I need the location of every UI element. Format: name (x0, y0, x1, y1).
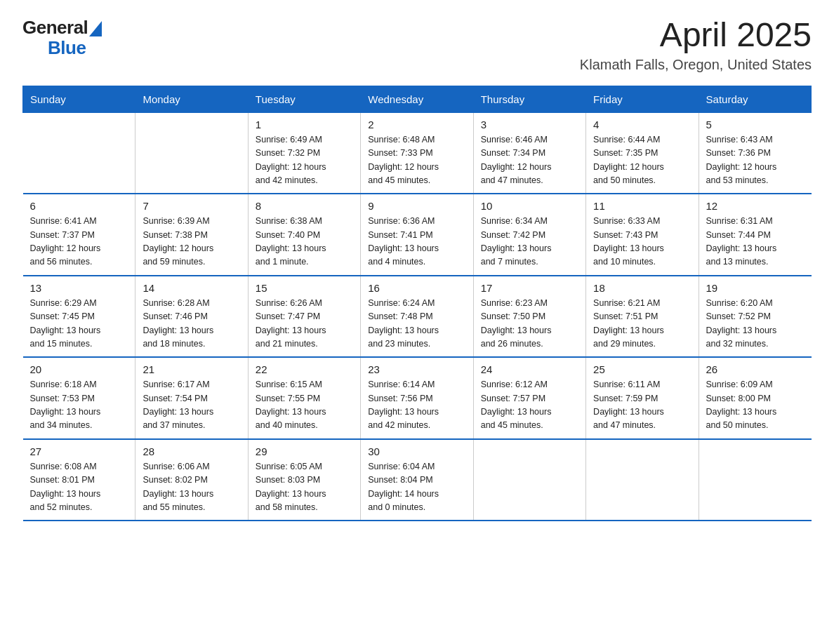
day-info: Sunrise: 6:36 AM Sunset: 7:41 PM Dayligh… (368, 215, 465, 269)
calendar-body: 1Sunrise: 6:49 AM Sunset: 7:32 PM Daylig… (23, 112, 812, 521)
day-info: Sunrise: 6:05 AM Sunset: 8:03 PM Dayligh… (256, 460, 353, 515)
day-info: Sunrise: 6:17 AM Sunset: 7:54 PM Dayligh… (143, 378, 240, 433)
day-number: 9 (368, 200, 465, 212)
day-number: 16 (368, 282, 465, 294)
header-day-saturday: Saturday (699, 86, 811, 112)
calendar-cell: 8Sunrise: 6:38 AM Sunset: 7:40 PM Daylig… (248, 194, 360, 276)
calendar-cell: 26Sunrise: 6:09 AM Sunset: 8:00 PM Dayli… (699, 357, 811, 439)
day-number: 19 (706, 282, 805, 294)
day-info: Sunrise: 6:48 AM Sunset: 7:33 PM Dayligh… (368, 133, 465, 188)
day-number: 24 (481, 363, 578, 375)
day-info: Sunrise: 6:09 AM Sunset: 8:00 PM Dayligh… (706, 378, 805, 433)
day-number: 13 (30, 282, 128, 294)
day-info: Sunrise: 6:28 AM Sunset: 7:46 PM Dayligh… (143, 297, 240, 351)
day-number: 6 (30, 200, 128, 212)
svg-marker-0 (89, 21, 102, 36)
day-info: Sunrise: 6:04 AM Sunset: 8:04 PM Dayligh… (368, 460, 465, 515)
day-number: 8 (256, 200, 353, 212)
day-number: 3 (481, 119, 578, 130)
calendar-cell: 23Sunrise: 6:14 AM Sunset: 7:56 PM Dayli… (361, 357, 473, 439)
calendar-cell: 6Sunrise: 6:41 AM Sunset: 7:37 PM Daylig… (23, 194, 135, 276)
calendar-cell: 30Sunrise: 6:04 AM Sunset: 8:04 PM Dayli… (361, 439, 473, 521)
calendar-cell: 5Sunrise: 6:43 AM Sunset: 7:36 PM Daylig… (699, 112, 811, 194)
calendar-header: SundayMondayTuesdayWednesdayThursdayFrid… (23, 86, 812, 112)
logo-text-blue: Blue (48, 37, 86, 59)
calendar-cell: 29Sunrise: 6:05 AM Sunset: 8:03 PM Dayli… (248, 439, 360, 521)
calendar-cell: 28Sunrise: 6:06 AM Sunset: 8:02 PM Dayli… (135, 439, 248, 521)
day-number: 14 (143, 282, 240, 294)
calendar-cell: 27Sunrise: 6:08 AM Sunset: 8:01 PM Dayli… (23, 439, 135, 521)
calendar-subtitle: Klamath Falls, Oregon, United States (580, 57, 812, 73)
week-row-1: 1Sunrise: 6:49 AM Sunset: 7:32 PM Daylig… (23, 112, 812, 194)
day-info: Sunrise: 6:33 AM Sunset: 7:43 PM Dayligh… (593, 215, 691, 269)
calendar-cell: 18Sunrise: 6:21 AM Sunset: 7:51 PM Dayli… (586, 276, 699, 358)
header-day-monday: Monday (135, 86, 248, 112)
calendar-cell: 17Sunrise: 6:23 AM Sunset: 7:50 PM Dayli… (473, 276, 585, 358)
day-info: Sunrise: 6:18 AM Sunset: 7:53 PM Dayligh… (30, 378, 128, 433)
day-info: Sunrise: 6:41 AM Sunset: 7:37 PM Dayligh… (30, 215, 128, 269)
day-number: 2 (368, 119, 465, 130)
calendar-cell (586, 439, 699, 521)
day-number: 15 (256, 282, 353, 294)
day-info: Sunrise: 6:43 AM Sunset: 7:36 PM Dayligh… (706, 133, 805, 188)
calendar-cell: 9Sunrise: 6:36 AM Sunset: 7:41 PM Daylig… (361, 194, 473, 276)
day-number: 30 (368, 445, 465, 457)
calendar-cell: 16Sunrise: 6:24 AM Sunset: 7:48 PM Dayli… (361, 276, 473, 358)
day-info: Sunrise: 6:14 AM Sunset: 7:56 PM Dayligh… (368, 378, 465, 433)
day-number: 7 (143, 200, 240, 212)
page-header: General Blue April 2025 Klamath Falls, O… (22, 17, 812, 73)
day-info: Sunrise: 6:06 AM Sunset: 8:02 PM Dayligh… (143, 460, 240, 515)
day-number: 21 (143, 363, 240, 375)
day-info: Sunrise: 6:21 AM Sunset: 7:51 PM Dayligh… (593, 297, 691, 351)
day-info: Sunrise: 6:49 AM Sunset: 7:32 PM Dayligh… (256, 133, 353, 188)
header-row: SundayMondayTuesdayWednesdayThursdayFrid… (23, 86, 812, 112)
day-info: Sunrise: 6:24 AM Sunset: 7:48 PM Dayligh… (368, 297, 465, 351)
calendar-cell: 22Sunrise: 6:15 AM Sunset: 7:55 PM Dayli… (248, 357, 360, 439)
calendar-cell (699, 439, 811, 521)
day-number: 27 (30, 445, 128, 457)
day-info: Sunrise: 6:20 AM Sunset: 7:52 PM Dayligh… (706, 297, 805, 351)
week-row-3: 13Sunrise: 6:29 AM Sunset: 7:45 PM Dayli… (23, 276, 812, 358)
header-day-sunday: Sunday (23, 86, 135, 112)
day-number: 28 (143, 445, 240, 457)
day-number: 26 (706, 363, 805, 375)
header-day-friday: Friday (586, 86, 699, 112)
day-number: 20 (30, 363, 128, 375)
day-number: 1 (256, 119, 353, 130)
day-info: Sunrise: 6:11 AM Sunset: 7:59 PM Dayligh… (593, 378, 691, 433)
calendar-cell: 3Sunrise: 6:46 AM Sunset: 7:34 PM Daylig… (473, 112, 585, 194)
day-info: Sunrise: 6:39 AM Sunset: 7:38 PM Dayligh… (143, 215, 240, 269)
logo-triangle-icon (89, 21, 102, 36)
calendar-cell: 25Sunrise: 6:11 AM Sunset: 7:59 PM Dayli… (586, 357, 699, 439)
calendar-table: SundayMondayTuesdayWednesdayThursdayFrid… (22, 86, 812, 522)
calendar-cell: 4Sunrise: 6:44 AM Sunset: 7:35 PM Daylig… (586, 112, 699, 194)
day-info: Sunrise: 6:12 AM Sunset: 7:57 PM Dayligh… (481, 378, 578, 433)
day-info: Sunrise: 6:44 AM Sunset: 7:35 PM Dayligh… (593, 133, 691, 188)
calendar-cell: 11Sunrise: 6:33 AM Sunset: 7:43 PM Dayli… (586, 194, 699, 276)
day-number: 12 (706, 200, 805, 212)
calendar-cell: 24Sunrise: 6:12 AM Sunset: 7:57 PM Dayli… (473, 357, 585, 439)
week-row-5: 27Sunrise: 6:08 AM Sunset: 8:01 PM Dayli… (23, 439, 812, 521)
day-number: 10 (481, 200, 578, 212)
calendar-cell: 1Sunrise: 6:49 AM Sunset: 7:32 PM Daylig… (248, 112, 360, 194)
calendar-cell (473, 439, 585, 521)
calendar-cell: 14Sunrise: 6:28 AM Sunset: 7:46 PM Dayli… (135, 276, 248, 358)
day-number: 18 (593, 282, 691, 294)
calendar-cell: 15Sunrise: 6:26 AM Sunset: 7:47 PM Dayli… (248, 276, 360, 358)
day-info: Sunrise: 6:08 AM Sunset: 8:01 PM Dayligh… (30, 460, 128, 515)
day-number: 23 (368, 363, 465, 375)
day-info: Sunrise: 6:46 AM Sunset: 7:34 PM Dayligh… (481, 133, 578, 188)
week-row-4: 20Sunrise: 6:18 AM Sunset: 7:53 PM Dayli… (23, 357, 812, 439)
day-info: Sunrise: 6:34 AM Sunset: 7:42 PM Dayligh… (481, 215, 578, 269)
day-info: Sunrise: 6:23 AM Sunset: 7:50 PM Dayligh… (481, 297, 578, 351)
logo: General Blue (22, 17, 102, 59)
calendar-cell: 13Sunrise: 6:29 AM Sunset: 7:45 PM Dayli… (23, 276, 135, 358)
day-info: Sunrise: 6:31 AM Sunset: 7:44 PM Dayligh… (706, 215, 805, 269)
day-number: 5 (706, 119, 805, 130)
day-info: Sunrise: 6:29 AM Sunset: 7:45 PM Dayligh… (30, 297, 128, 351)
calendar-cell: 12Sunrise: 6:31 AM Sunset: 7:44 PM Dayli… (699, 194, 811, 276)
calendar-cell (135, 112, 248, 194)
day-number: 29 (256, 445, 353, 457)
day-number: 17 (481, 282, 578, 294)
header-day-wednesday: Wednesday (361, 86, 473, 112)
